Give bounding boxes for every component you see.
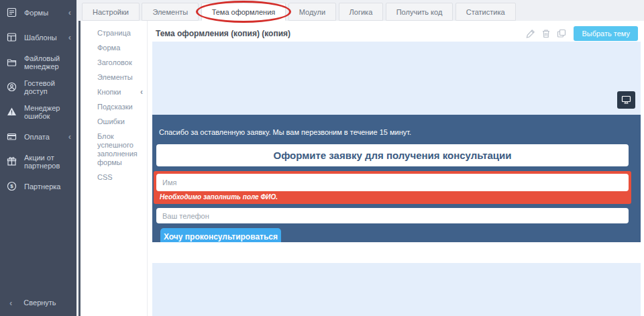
chevron-left-icon <box>140 88 143 96</box>
nav-item-form[interactable]: Форма <box>97 44 143 52</box>
sidebar-item-label: Файловый менеджер <box>24 54 71 70</box>
nav-item-label: Элементы <box>97 73 133 82</box>
chevron-left-icon <box>68 33 71 42</box>
validation-error-text: Необходимо заполнить поле ФИО. <box>160 193 629 201</box>
sidebar-item-payment[interactable]: Оплата <box>0 124 76 149</box>
nav-item-label: Страница <box>97 29 131 38</box>
thank-you-text: Спасибо за оставленную заявку. Мы вам пе… <box>159 128 641 136</box>
theme-title: Тема оформления (копия) (копия) <box>156 29 520 38</box>
tab-statistics[interactable]: Статистика <box>455 3 516 21</box>
forms-icon <box>7 7 17 17</box>
sidebar-collapse-button[interactable]: Свернуть <box>0 295 76 311</box>
tab-theme[interactable]: Тема оформления <box>201 3 286 21</box>
nav-item-hints[interactable]: Подсказки <box>97 103 143 111</box>
tab-bar: Настройки Элементы Тема оформления Модул… <box>76 0 644 21</box>
chevron-left-icon <box>68 132 71 141</box>
sidebar-item-label: Гостевой доступ <box>24 79 71 95</box>
choose-theme-button[interactable]: Выбрать тему <box>574 26 638 41</box>
tab-logic[interactable]: Логика <box>339 3 384 21</box>
tab-theme-label: Тема оформления <box>212 8 276 16</box>
templates-icon <box>7 32 17 42</box>
nav-item-label: Форма <box>97 44 120 52</box>
file-manager-icon <box>7 57 17 67</box>
sidebar-item-guest-access[interactable]: Гостевой доступ <box>0 74 76 99</box>
partner-promos-icon <box>7 156 17 166</box>
nav-item-buttons[interactable]: Кнопки <box>97 88 143 97</box>
monitor-icon <box>621 95 631 105</box>
phone-input[interactable] <box>156 208 629 223</box>
sidebar-item-partner-promos[interactable]: Акции от партнеров <box>0 149 76 174</box>
nav-item-elements[interactable]: Элементы <box>97 73 143 82</box>
collapse-label: Свернуть <box>23 299 56 307</box>
form-heading: Оформите заявку для получения консультац… <box>156 144 629 166</box>
preview-page-bottom <box>152 263 641 316</box>
tab-modules[interactable]: Модули <box>288 3 336 21</box>
preview-form-block: Спасибо за оставленную заявку. Мы вам пе… <box>152 115 641 242</box>
sidebar-item-templates[interactable]: Шаблоны <box>0 25 76 50</box>
preview-page-top <box>152 42 641 115</box>
sidebar-item-label: Формы <box>24 9 68 17</box>
payment-icon <box>7 131 17 142</box>
nav-item-label: CSS <box>97 173 113 182</box>
main-area: Настройки Элементы Тема оформления Модул… <box>76 0 644 316</box>
submit-button[interactable]: Хочу проконсультироваться <box>160 228 281 242</box>
chevron-left-icon <box>68 8 71 17</box>
nav-item-css[interactable]: CSS <box>97 173 143 182</box>
nav-item-success-block[interactable]: Блок успешного заполнения формы <box>97 132 143 167</box>
guest-access-icon <box>7 82 17 92</box>
nav-item-page[interactable]: Страница <box>97 29 143 38</box>
tab-get-code[interactable]: Получить код <box>386 3 453 21</box>
sidebar-item-label: Акции от партнеров <box>24 154 71 170</box>
nav-item-label: Блок успешного заполнения формы <box>97 132 143 167</box>
sidebar-item-file-manager[interactable]: Файловый менеджер <box>0 50 76 74</box>
sidebar-item-label: Партнерка <box>24 182 71 191</box>
nav-item-label: Подсказки <box>97 103 133 111</box>
theme-section-nav: Страница Форма Заголовок Элементы Кнопки… <box>80 21 148 316</box>
nav-item-label: Заголовок <box>97 58 132 67</box>
sidebar-item-forms[interactable]: Формы <box>0 0 76 25</box>
partnership-icon: $ <box>7 181 17 191</box>
tab-elements[interactable]: Элементы <box>142 3 199 21</box>
nav-item-label: Ошибки <box>97 117 125 126</box>
name-field-error-block: Необходимо заполнить поле ФИО. <box>154 171 631 204</box>
trash-icon[interactable] <box>541 29 551 38</box>
name-input[interactable] <box>156 174 629 191</box>
sidebar-item-label: Шаблоны <box>24 34 68 42</box>
desktop-view-button[interactable] <box>617 91 635 109</box>
pencil-icon[interactable] <box>526 29 535 38</box>
content-header: Тема оформления (копия) (копия) Выбрать … <box>148 21 644 41</box>
sidebar-item-error-manager[interactable]: Менеджер ошибок <box>0 99 76 124</box>
content-panel: Страница Форма Заголовок Элементы Кнопки… <box>78 21 644 316</box>
sidebar-item-label: Оплата <box>24 133 68 141</box>
error-manager-icon <box>7 107 17 117</box>
tab-settings[interactable]: Настройки <box>82 3 140 21</box>
nav-item-label: Кнопки <box>97 88 121 97</box>
copy-icon[interactable] <box>557 29 566 38</box>
sidebar: Формы Шаблоны Файловый менеджер Гостевой… <box>0 0 76 316</box>
form-preview: Спасибо за оставленную заявку. Мы вам пе… <box>152 42 641 316</box>
svg-text:$: $ <box>10 183 13 189</box>
nav-item-errors[interactable]: Ошибки <box>97 117 143 126</box>
chevron-left-icon <box>9 299 12 307</box>
sidebar-item-label: Менеджер ошибок <box>24 104 71 120</box>
theme-content: Тема оформления (копия) (копия) Выбрать … <box>148 21 644 316</box>
sidebar-item-partnership[interactable]: $ Партнерка <box>0 174 76 199</box>
nav-item-header[interactable]: Заголовок <box>97 58 143 67</box>
